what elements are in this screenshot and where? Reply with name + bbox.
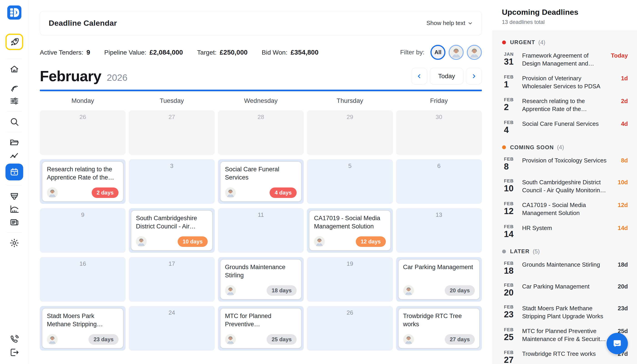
event-card[interactable]: MTC for Planned Preventive… 25 days (220, 308, 302, 348)
calendar-cell-feb-23[interactable]: Stadt Moers Park Methane Stripping… 23 d… (40, 306, 126, 350)
deadline-date: FEB 18 (502, 261, 522, 276)
preferences-nav-button[interactable] (6, 94, 23, 108)
deadline-title: Provision of Toxicology Services (522, 156, 613, 164)
event-card[interactable]: Research relating to the Apprentice Rate… (42, 161, 124, 202)
deadline-day: 2 (504, 102, 522, 112)
signals-nav-button[interactable] (6, 81, 23, 94)
launch-nav-button[interactable] (6, 34, 23, 50)
event-card[interactable]: Stadt Moers Park Methane Stripping… 23 d… (42, 308, 124, 348)
deadline-calendar-nav-button[interactable] (6, 164, 23, 180)
stat-label: Bid Won: (262, 49, 287, 56)
calendar-cell-feb-25[interactable]: MTC for Planned Preventive… 25 days (218, 306, 304, 350)
deadline-item[interactable]: FEB 1 Provision of Veterinary Wholesaler… (502, 74, 628, 90)
calendar-cell-jan-29[interactable]: 29 (307, 110, 393, 155)
chat-widget-button[interactable] (606, 333, 628, 354)
deadline-item[interactable]: FEB 2 Research relating to the Apprentic… (502, 97, 628, 113)
calendar-cell-feb-24[interactable]: 24 (129, 306, 214, 350)
calendar-cell-feb-3[interactable]: 3 (129, 159, 214, 204)
event-card[interactable]: CA17019 - Social Media Management Soluti… (309, 210, 390, 251)
calendar-cell-feb-18[interactable]: Grounds Maintenance Stirling 18 days (218, 257, 304, 302)
deadline-day: 20 (504, 288, 522, 298)
projects-nav-button[interactable] (6, 136, 23, 149)
days-left-badge: 10 days (178, 236, 208, 247)
next-month-button[interactable] (466, 68, 482, 84)
search-nav-button[interactable] (6, 115, 23, 128)
deadline-item[interactable]: FEB 18 Grounds Maintenance Stirling 18d (502, 261, 628, 276)
calendar-cell-feb-11[interactable]: 11 (218, 208, 304, 253)
pipeline-funnel-nav-button[interactable] (6, 189, 23, 202)
folder-icon (9, 137, 20, 148)
deadline-item[interactable]: FEB 20 Car Parking Management 20d (502, 282, 628, 298)
today-button[interactable]: Today (430, 68, 464, 84)
deadline-item[interactable]: JAN 31 Framework Agreement of Design Man… (502, 52, 628, 68)
calendar-cell-feb-20[interactable]: Car Parking Management 20 days (396, 257, 482, 302)
deadline-item[interactable]: FEB 4 Social Care Funeral Services 4d (502, 120, 628, 135)
calendar-cell-feb-19[interactable]: 19 (307, 257, 393, 302)
deadline-countdown-badge: 2d (613, 98, 628, 105)
deadline-month: FEB (504, 178, 522, 184)
calendar-cell-jan-28[interactable]: 28 (218, 110, 304, 155)
deadline-item[interactable]: FEB 27 Trowbridge RTC Tree works 27d (502, 350, 628, 364)
filter-all-button[interactable]: All (430, 45, 446, 60)
calendar-cell-feb-26[interactable]: 26 (307, 306, 393, 350)
deadline-item[interactable]: FEB 8 Provision of Toxicology Services 8… (502, 156, 628, 172)
show-help-text-toggle[interactable]: Show help text (426, 20, 473, 26)
deadline-day: 27 (504, 355, 522, 364)
home-nav-button[interactable] (6, 62, 23, 76)
event-card[interactable]: Grounds Maintenance Stirling 18 days (220, 259, 302, 300)
weekday-header: Thursday (307, 97, 393, 104)
days-left-badge: 23 days (88, 334, 118, 345)
event-card[interactable]: Car Parking Management 20 days (398, 259, 480, 300)
stat-label: Active Tenders: (40, 49, 83, 56)
calendar-cell-feb-16[interactable]: 16 (40, 257, 126, 302)
home-icon (9, 64, 20, 74)
event-card[interactable]: South Cambridgeshire District Council - … (131, 210, 212, 251)
deadline-date: FEB 20 (502, 282, 522, 298)
deadline-item[interactable]: FEB 12 CA17019 - Social Media Management… (502, 201, 628, 217)
filter-user-avatar-2[interactable] (467, 45, 482, 60)
calendar-cell-feb-17[interactable]: 17 (129, 257, 214, 302)
month-title: February (40, 68, 101, 85)
calendar-cell-feb-27[interactable]: Trowbridge RTC Tree works 27 days (396, 306, 482, 350)
analytics-nav-button[interactable] (6, 149, 23, 162)
event-card[interactable]: Social Care Funeral Services 4 days (220, 161, 302, 202)
section-name: LATER (510, 248, 530, 254)
logout-nav-button[interactable] (6, 346, 23, 359)
event-card[interactable]: Trowbridge RTC Tree works 27 days (398, 308, 480, 348)
coming-soon-dot-icon (502, 145, 506, 149)
event-title: Grounds Maintenance Stirling (225, 263, 297, 279)
calendar-cell-feb-13[interactable]: 13 (396, 208, 482, 253)
reports-nav-button[interactable] (6, 202, 23, 216)
deadline-countdown-badge: 8d (613, 157, 628, 164)
deadline-item[interactable]: FEB 23 Stadt Moers Park Methane Strippin… (502, 304, 628, 320)
filter-user-avatar-1[interactable] (449, 45, 464, 60)
calendar-cell-feb-6[interactable]: 6 (396, 159, 482, 204)
days-left-badge: 2 days (92, 188, 119, 198)
sliders-icon (9, 96, 20, 106)
calendar-cell-jan-26[interactable]: 26 (40, 110, 126, 155)
calendar-cell-feb-4[interactable]: Social Care Funeral Services 4 days (218, 159, 304, 204)
calendar-cell-jan-30[interactable]: 30 (396, 110, 482, 155)
news-nav-button[interactable] (6, 216, 23, 229)
prev-month-button[interactable] (411, 68, 427, 84)
deadline-day: 8 (504, 162, 522, 172)
calendar-cell-jan-27[interactable]: 27 (129, 110, 214, 155)
deadline-date: FEB 25 (502, 327, 522, 342)
deadline-title: Trowbridge RTC Tree works (522, 350, 613, 358)
calendar-cell-feb-5[interactable]: 5 (307, 159, 393, 204)
deadlines-total-count: 13 deadlines total (502, 19, 628, 25)
support-call-nav-button[interactable] (6, 332, 23, 346)
divider (7, 186, 22, 186)
calendar-cell-feb-12[interactable]: CA17019 - Social Media Management Soluti… (307, 208, 393, 253)
settings-nav-button[interactable] (6, 236, 23, 250)
calendar-cell-feb-10[interactable]: South Cambridgeshire District Council - … (129, 208, 214, 253)
section-count: (4) (557, 144, 564, 150)
calendar-cell-feb-2[interactable]: Research relating to the Apprentice Rate… (40, 159, 126, 204)
stat-value: £354,800 (290, 49, 318, 56)
weekday-header: Friday (396, 97, 482, 104)
stat-value: 9 (86, 49, 90, 56)
deadline-item[interactable]: FEB 10 South Cambridgeshire District Cou… (502, 178, 628, 194)
deadline-item[interactable]: FEB 14 HR System 14d (502, 224, 628, 239)
calendar-cell-feb-9[interactable]: 9 (40, 208, 126, 253)
event-title: Stadt Moers Park Methane Stripping… (47, 312, 118, 328)
